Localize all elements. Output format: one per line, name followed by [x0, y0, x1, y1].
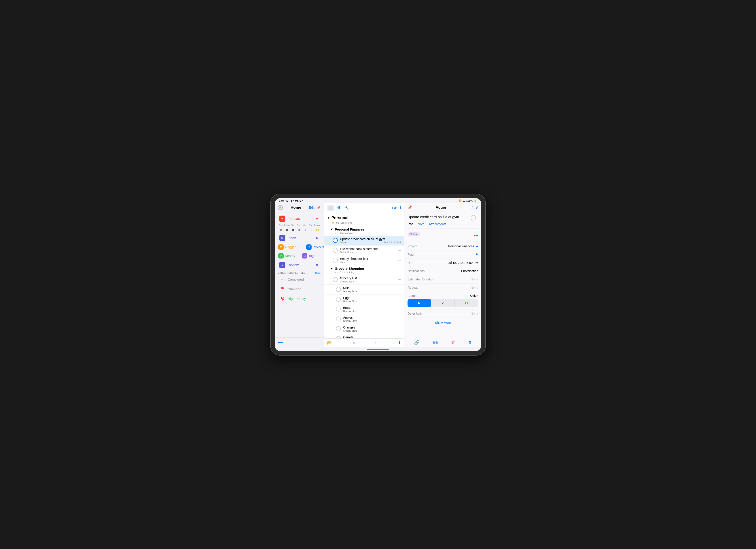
- task-menu-shredder[interactable]: •••: [398, 258, 401, 262]
- tab-info[interactable]: Info: [408, 222, 413, 227]
- task-carrots[interactable]: Carrots Grocery Store: [324, 334, 404, 338]
- task-title-eggs: Eggs: [343, 296, 401, 300]
- task-circle-credit-card[interactable]: [333, 238, 338, 243]
- nav-up-arrow[interactable]: ∧: [471, 205, 474, 210]
- nav-down-arrow[interactable]: ∨: [475, 205, 478, 210]
- gear-icon[interactable]: ⚙: [278, 205, 283, 210]
- hide-button[interactable]: HIDE: [315, 272, 321, 274]
- task-eggs[interactable]: Eggs Grocery Store: [324, 295, 404, 304]
- status-btn-complete[interactable]: ✓: [431, 299, 455, 307]
- task-oranges[interactable]: Oranges Grocery Store: [324, 324, 404, 334]
- right-footer: 🔗 ⊕⊕ 🗑 ⬆: [404, 338, 481, 347]
- middle-edit-button[interactable]: Edit: [392, 206, 397, 210]
- sidebar-item-review[interactable]: ● Review 0: [276, 260, 322, 270]
- completed-icon: ✓: [279, 276, 285, 283]
- sidebar-item-changed[interactable]: 📅 Changed: [276, 284, 322, 294]
- middle-info-icon[interactable]: ℹ: [400, 206, 401, 210]
- finances-triangle[interactable]: ▼: [330, 227, 333, 231]
- task-detail-circle[interactable]: [471, 215, 476, 220]
- right-pin-icon[interactable]: 📌: [408, 205, 412, 210]
- task-info-carrots: Carrots Grocery Store: [343, 335, 401, 338]
- tags-icon: 🏷: [302, 253, 307, 259]
- sidebar-edit-button[interactable]: Edit: [309, 206, 314, 209]
- changed-label: Changed: [288, 287, 319, 291]
- task-tags-grocery-list: Grocery Store: [340, 280, 398, 283]
- sidebar-item-completed[interactable]: ✓ Completed: [276, 275, 322, 284]
- task-milk[interactable]: Milk Grocery Store: [324, 285, 404, 295]
- task-circle-oranges[interactable]: [336, 326, 341, 331]
- detail-value-duration[interactable]: None: [471, 278, 478, 281]
- status-btn-active[interactable]: ▶: [408, 299, 431, 307]
- detail-row-status: Status Active ▶ ✓ ⊖: [408, 292, 478, 309]
- task-circle-apples[interactable]: [336, 316, 341, 321]
- inbox-badge: 5: [315, 236, 319, 240]
- task-circle-shredder[interactable]: [333, 258, 338, 263]
- toolbar-filter-icon[interactable]: ⬜: [327, 205, 334, 211]
- finances-title: Personal Finances: [335, 227, 365, 231]
- detail-row-flag: Flag ⚑: [408, 250, 478, 259]
- sidebar-item-inbox[interactable]: ✉ Inbox 5: [276, 233, 322, 243]
- grocery-triangle[interactable]: ▼: [330, 267, 333, 270]
- footer-tag-icon[interactable]: 🔗: [414, 340, 420, 345]
- task-file-bank[interactable]: File recent bank statements Online Home …: [324, 246, 404, 255]
- sidebar-item-forecast[interactable]: ☀ Forecast 0: [276, 214, 322, 223]
- tab-attachments[interactable]: Attachments: [429, 222, 446, 227]
- task-tags-credit-card: Online Due Jul 18, 2021: [340, 241, 401, 244]
- footer-group-icon[interactable]: ⊕⊕: [432, 340, 438, 345]
- footer-share-icon[interactable]: ⬆: [468, 340, 472, 345]
- detail-more-button[interactable]: •••: [474, 233, 478, 238]
- task-apples[interactable]: Apples Grocery Store: [324, 314, 404, 324]
- tab-note[interactable]: Note: [418, 222, 425, 227]
- task-circle-bread[interactable]: [336, 307, 341, 312]
- other-perspectives-label: OTHER PERSPECTIVES HIDE: [275, 270, 324, 275]
- toolbar-organize-icon[interactable]: 🔧: [344, 206, 349, 210]
- detail-label-duration: Estimated Duration: [408, 278, 434, 281]
- task-circle-milk[interactable]: [336, 287, 341, 292]
- sidebar-item-projects[interactable]: ⊞ Projects: [304, 243, 324, 251]
- sidebar-collapse-icon[interactable]: ⟵: [278, 340, 284, 345]
- detail-value-flag[interactable]: ⚑: [475, 253, 478, 256]
- toolbar-eye-icon[interactable]: 👁: [337, 206, 341, 210]
- detail-value-due[interactable]: Jul 18, 2021 5:00 PM: [448, 261, 478, 265]
- task-circle-eggs[interactable]: [336, 297, 341, 302]
- sidebar-actions: Edit 📌: [309, 206, 321, 209]
- personal-project-header: ▼ Personal: [324, 213, 404, 221]
- task-circle-bank[interactable]: [333, 248, 338, 253]
- grocery-shopping-header: ▼ Grocery Shopping: [324, 265, 404, 271]
- detail-label-flag: Flag: [408, 253, 414, 256]
- task-grocery-list[interactable]: Grocery List Grocery Store •••: [324, 275, 404, 285]
- detail-tag-chip[interactable]: Online: [408, 232, 420, 236]
- flag-icon[interactable]: ⚑: [475, 253, 478, 256]
- task-menu-grocery-list[interactable]: •••: [398, 278, 401, 281]
- detail-value-notifications[interactable]: 1 notification: [461, 269, 478, 273]
- middle-footer-share[interactable]: ⬆: [398, 340, 401, 345]
- status-btn-drop[interactable]: ⊖: [455, 299, 478, 307]
- task-update-credit-card[interactable]: Update credit card on file at gym Online…: [324, 236, 404, 246]
- task-empty-shredder[interactable]: Empty shredder box Home •••: [324, 255, 404, 265]
- task-tags-oranges: Grocery Store: [343, 330, 401, 332]
- sidebar-item-highpriority[interactable]: 🎯 High Priority: [276, 294, 322, 303]
- footer-delete-icon[interactable]: 🗑: [451, 340, 455, 345]
- show-more-button[interactable]: Show More: [408, 318, 478, 328]
- middle-footer-add-project[interactable]: 📂: [327, 340, 332, 345]
- project-link-icon[interactable]: ➡: [476, 244, 478, 248]
- detail-value-defer[interactable]: None: [471, 312, 478, 315]
- middle-footer-add-task[interactable]: +⊞: [351, 341, 356, 345]
- right-header: 📌 Action ∧ ∨: [404, 203, 481, 212]
- middle-footer-undo[interactable]: ↩: [375, 340, 378, 345]
- task-circle-grocery-list[interactable]: [333, 277, 338, 282]
- middle-header: ⬜ 👁 🔧 Edit ℹ: [324, 203, 404, 213]
- sidebar-pin-icon[interactable]: 📌: [317, 206, 321, 209]
- task-menu-bank[interactable]: •••: [398, 248, 401, 252]
- detail-value-repeat[interactable]: None: [471, 286, 478, 289]
- task-info-milk: Milk Grocery Store: [343, 286, 401, 293]
- sidebar-item-flagged[interactable]: ⚑ Flagged 3: [276, 243, 303, 251]
- task-bread[interactable]: Bread Grocery Store: [324, 304, 404, 314]
- sidebar-item-tags[interactable]: 🏷 Tags: [300, 252, 323, 260]
- review-label: Review: [288, 263, 315, 267]
- status-bar: 1:07 PM Fri Mar 27 📶 ▲ 100% 🔋: [275, 198, 481, 203]
- task-circle-carrots[interactable]: [336, 336, 341, 338]
- battery-percent: 100%: [466, 199, 473, 202]
- sidebar-item-nearby[interactable]: ➤ Nearby: [276, 252, 299, 260]
- personal-triangle[interactable]: ▼: [327, 216, 330, 220]
